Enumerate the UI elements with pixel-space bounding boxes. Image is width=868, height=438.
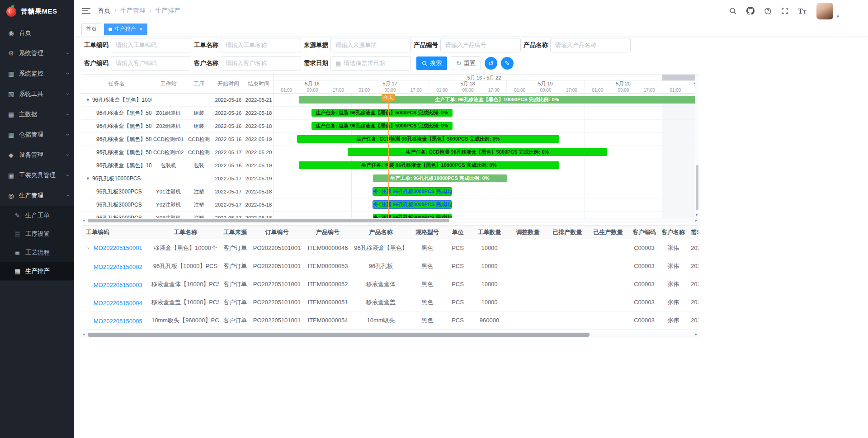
timeline-range-band: 5月 16 - 5月 22 bbox=[274, 75, 695, 81]
search-button[interactable]: 搜索 bbox=[416, 57, 447, 70]
sidebar-item-system-tools[interactable]: ▧系统工具› bbox=[0, 84, 74, 104]
sidebar-item-production-order[interactable]: ✎生产工单 bbox=[0, 206, 74, 225]
sidebar-item-home[interactable]: ◉首页 bbox=[0, 23, 74, 43]
github-icon[interactable] bbox=[746, 7, 755, 15]
gantt-task-row[interactable]: 96孔移液盒【黑色】5000PCSCCD检测#02CCD检测2022-05-17… bbox=[81, 146, 273, 159]
breadcrumb-item-production[interactable]: 生产管理 bbox=[120, 7, 146, 15]
filter-row-1: 工单编码请输入工单编码工单名称请输入工单名称来源单据请输入来源单据产品编号请输入… bbox=[84, 38, 861, 52]
search-icon[interactable] bbox=[729, 7, 737, 15]
close-icon[interactable]: × bbox=[139, 26, 143, 32]
gantt-horizontal-scrollbar[interactable]: ◂ ▸ bbox=[81, 218, 698, 223]
gantt-order-bar[interactable]: 生产工单: 96孔孔板10000PCS 完成比例: 0% bbox=[373, 174, 507, 182]
scroll-down-icon[interactable]: ▾ bbox=[696, 212, 698, 218]
task-cell: CCD检测#02 bbox=[151, 149, 185, 156]
gantt-task-bar[interactable]: 生产任务: CCD检测 96孔移液盒【黑色】5000PCS 完成比例: 0% bbox=[297, 135, 559, 143]
gantt-task-row[interactable]: 96孔移液盒【黑色】5000PCSCCD检测#01CCD检测2022-05-16… bbox=[81, 133, 273, 146]
sidebar-item-production-scheduling[interactable]: ▦生产排产 bbox=[0, 262, 74, 280]
task-name-cell: 96孔孔板3000PCS bbox=[81, 201, 151, 209]
sidebar-item-system-monitor[interactable]: ▥系统监控› bbox=[0, 63, 74, 84]
scroll-left-icon[interactable]: ◂ bbox=[83, 218, 85, 223]
orders-cell: PCS bbox=[445, 293, 470, 311]
sidebar-item-system-management[interactable]: ⚙系统管理› bbox=[0, 43, 74, 63]
input-placeholder: 请输入产品编号 bbox=[445, 41, 486, 49]
gantt-task-bar[interactable]: 生产任务: CCD检测 96孔移液盒【黑色】5000PCS 完成比例: 0% bbox=[348, 148, 607, 156]
filter-input-order-code[interactable]: 请输入工单编码 bbox=[111, 38, 191, 52]
user-avatar[interactable] bbox=[816, 3, 833, 19]
order-code-link[interactable]: MO202205150001 bbox=[94, 245, 142, 251]
gantt-task-row[interactable]: 96孔孔板3000PCSY01注塑机注塑2022-05-172022-05-18 bbox=[81, 185, 273, 198]
scrollbar-thumb[interactable] bbox=[88, 219, 449, 222]
font-size-icon[interactable]: TT bbox=[798, 7, 807, 15]
scrollbar-thumb[interactable] bbox=[88, 333, 590, 337]
sidebar-item-equipment-management[interactable]: ◆设备管理› bbox=[0, 145, 74, 165]
expand-row-icon[interactable]: › bbox=[85, 245, 92, 251]
help-icon[interactable] bbox=[764, 7, 772, 15]
filter-input-source-doc[interactable]: 请输入来源单据 bbox=[330, 38, 411, 52]
gantt-order-bar[interactable]: 生产工单: 96孔移液盒【黑色】10000PCS 完成比例: 0% bbox=[299, 96, 695, 104]
fullscreen-icon[interactable] bbox=[781, 7, 788, 14]
sync-schedule-button[interactable]: ↺ bbox=[485, 57, 497, 70]
reset-button[interactable]: ↻ 重置 bbox=[451, 57, 481, 70]
gantt-task-row[interactable]: 96孔移液盒【黑色】10000PCS包装机包装2022-05-162022-05… bbox=[81, 159, 273, 172]
sidebar-item-process-flow[interactable]: ≣工艺流程 bbox=[0, 243, 74, 262]
gantt-task-bar[interactable]: 生产任务: 注塑 96孔孔板3000PCS 完成比例: 0% bbox=[373, 201, 452, 208]
scroll-right-icon[interactable]: ▸ bbox=[695, 332, 697, 337]
scroll-left-icon[interactable]: ◂ bbox=[83, 332, 85, 337]
orders-cell: 黑色 bbox=[409, 257, 445, 275]
orders-horizontal-scrollbar[interactable]: ◂ ▸ bbox=[81, 332, 698, 338]
collapse-icon[interactable]: ▼ bbox=[86, 98, 90, 102]
work-order-icon: ✎ bbox=[14, 212, 21, 219]
order-code-link[interactable]: MO202205150003 bbox=[94, 282, 142, 288]
orders-cell bbox=[588, 311, 628, 330]
sidebar-item-master-data[interactable]: ▤主数据› bbox=[0, 104, 74, 124]
filter-input-order-name[interactable]: 请输入工单名称 bbox=[221, 38, 301, 52]
gantt-task-bar[interactable]: 生产任务: 注塑 96孔孔板3000PCS 完成比例: 0% bbox=[373, 188, 452, 195]
calendar-icon: ▦ bbox=[335, 61, 341, 66]
gantt-task-row[interactable]: 96孔移液盒【黑色】5000PCSZ02组装机组装2022-05-162022-… bbox=[81, 120, 273, 133]
gantt-bar-label: 生产任务: CCD检测 96孔移液盒【黑色】5000PCS 完成比例: 0% bbox=[406, 149, 549, 155]
gantt-task-row[interactable]: 96孔孔板3000PCSY03注塑机注塑2022-05-172022-05-18 bbox=[81, 212, 273, 218]
sidebar-toggle-icon[interactable] bbox=[82, 7, 90, 14]
scroll-right-icon[interactable]: ▸ bbox=[695, 218, 697, 223]
timeline-hour-label: 01:00 bbox=[274, 87, 299, 94]
task-name-cell: ▼96孔孔板10000PCS bbox=[81, 175, 151, 183]
sidebar-item-fixture-management[interactable]: ▣工装夹具管理› bbox=[0, 165, 74, 185]
tab-home[interactable]: 首页 bbox=[81, 24, 101, 35]
gantt-task-bar[interactable]: 生产任务: 组装 96孔移液盒【黑色】5000PCS 完成比例: 0% bbox=[311, 122, 453, 130]
gantt-task-bar[interactable]: 生产任务: 包装 96孔移液盒【黑色】10000PCS 完成比例: 0% bbox=[299, 161, 559, 169]
filter-input-demand-date[interactable]: ▦请选择需求日期 bbox=[330, 56, 411, 71]
task-cell: CCD检测 bbox=[185, 136, 212, 143]
filter-field-customer-name: 客户名称请输入客户名称 bbox=[194, 56, 301, 71]
gantt-table-header: 任务名工作站工序开始时间结束时间 bbox=[81, 75, 273, 94]
breadcrumb-item-home[interactable]: 首页 bbox=[98, 7, 110, 15]
orders-cell: PO202205101001 bbox=[251, 311, 303, 330]
gantt-column-header: 工作站 bbox=[151, 80, 185, 88]
gantt-task-row[interactable]: 96孔移液盒【黑色】5000PCSZ01组装机组装2022-05-162022-… bbox=[81, 107, 273, 120]
filter-input-customer-name[interactable]: 请输入客户名称 bbox=[221, 56, 301, 71]
orders-cell: PCS bbox=[445, 257, 470, 275]
gantt-task-row[interactable]: ▼96孔移液盒【黑色】10000PCS2022-05-162022-05-21 bbox=[81, 94, 273, 107]
gantt-task-bar[interactable]: 生产任务: 组装 96孔移液盒【黑色】5000PCS 完成比例: 0% bbox=[311, 109, 453, 117]
gantt-vertical-scrollbar[interactable]: ▾ bbox=[695, 75, 698, 218]
filter-input-product-code[interactable]: 请输入产品编号 bbox=[440, 38, 521, 52]
filter-input-customer-code[interactable]: 请输入客户编码 bbox=[111, 56, 191, 71]
reset-button-label: 重置 bbox=[464, 59, 476, 67]
sidebar-item-production-management[interactable]: ◎生产管理› bbox=[0, 185, 74, 206]
filter-input-product-name[interactable]: 请输入产品名称 bbox=[550, 38, 631, 52]
app-logo[interactable]: 苦糖果MES bbox=[0, 0, 74, 23]
edit-schedule-button[interactable]: ✎ bbox=[501, 57, 514, 70]
order-code-link[interactable]: MO202205150005 bbox=[94, 318, 142, 325]
gantt-task-row[interactable]: 96孔孔板3000PCSY02注塑机注塑2022-05-172022-05-18 bbox=[81, 198, 273, 212]
tab-production-scheduling[interactable]: 生产排产 × bbox=[104, 24, 147, 35]
sidebar-item-warehouse-management[interactable]: ▦仓储管理› bbox=[0, 124, 74, 145]
gantt-task-bar[interactable]: 生产任务: 注塑 96孔孔板3000PCS 完成比例: 0% bbox=[373, 214, 452, 218]
scrollbar-thumb[interactable] bbox=[696, 165, 698, 210]
filter-field-demand-date: 需求日期▦请选择需求日期 bbox=[304, 56, 411, 71]
collapse-icon[interactable]: ▼ bbox=[86, 176, 90, 181]
task-name: 96孔移液盒【黑色】5000PCS bbox=[96, 109, 151, 117]
gantt-task-row[interactable]: ▼96孔孔板10000PCS2022-05-172022-05-19 bbox=[81, 172, 273, 185]
order-code-link[interactable]: MO202205150002 bbox=[94, 264, 142, 270]
order-code-link[interactable]: MO202205150004 bbox=[94, 300, 142, 306]
sidebar-item-process-setting[interactable]: ☰工序设置 bbox=[0, 225, 74, 243]
orders-cell: C00003 bbox=[628, 275, 660, 293]
